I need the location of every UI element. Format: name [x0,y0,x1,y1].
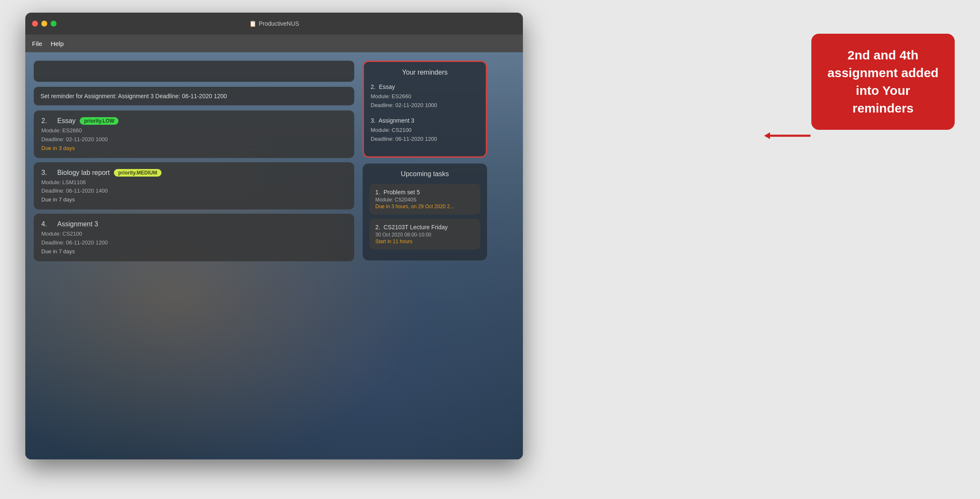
arrow-icon [764,131,815,141]
assignment-name-3: Assignment 3 [57,220,98,228]
assignment-number-2: 2. [41,117,47,125]
reminder-essay-deadline: Deadline: 02-11-2020 1000 [371,101,479,110]
reminders-panel: Your reminders 2. Essay Module: ES2660 D… [363,61,487,158]
assignment-card-essay: 2. Essay priority.LOW Module: ES2660 Dea… [34,110,354,158]
upcoming-item-problemset5: 1. Problem set 5 Module: CS2040S Due in … [369,184,480,215]
reminder-assignment3-module: Module: CS2100 [371,126,479,135]
assignment-deadline-3: Deadline: 06-11-2020 1200 [41,239,347,247]
assignment-due-3: Due in 7 days [41,248,347,255]
app-window: 📋 ProductiveNUS File Help Set reminder f… [25,13,523,459]
reminder-item-assignment3: 3. Assignment 3 Module: CS2100 Deadline:… [371,116,479,144]
reminder-item-essay: 2. Essay Module: ES2660 Deadline: 02-11-… [371,82,479,110]
priority-badge-medium: priority.MEDIUM [114,169,161,177]
command-input[interactable] [40,65,347,78]
svg-marker-1 [764,132,770,139]
command-output: Set reminder for Assignment: Assignment … [34,87,354,105]
right-panel: Your reminders 2. Essay Module: ES2660 D… [363,61,487,451]
assignment-deadline-biology: Deadline: 06-11-2020 1400 [41,187,347,196]
assignment-title-biology: 3. Biology lab report priority.MEDIUM [41,169,347,177]
app-icon: 📋 [249,20,256,27]
reminder-essay-module: Module: ES2660 [371,92,479,101]
assignment-due-essay: Due in 3 days [41,145,347,151]
reminder-essay-title: 2. Essay [371,82,479,91]
window-title: 📋 ProductiveNUS [249,20,299,27]
assignment-name-essay: Essay [57,117,76,125]
command-input-box[interactable] [34,61,354,82]
callout-arrow [764,131,815,141]
upcoming-lecture-title: 2. CS2103T Lecture Friday [375,224,474,231]
reminder-assignment3-title: 3. Assignment 3 [371,116,479,125]
upcoming-title: Upcoming tasks [369,170,480,178]
title-bar: 📋 ProductiveNUS [25,13,523,35]
upcoming-problemset5-module: Module: CS2040S [375,197,474,203]
maximize-button[interactable] [51,21,57,27]
upcoming-lecture-due: Start in 11 hours [375,239,474,244]
minimize-button[interactable] [41,21,47,27]
reminders-title: Your reminders [371,69,479,76]
assignment-name-biology: Biology lab report [57,169,110,177]
close-button[interactable] [32,21,38,27]
assignment-number-4: 4. [41,220,47,228]
assignment-due-biology: Due in 7 days [41,196,347,203]
assignment-title-3: 4. Assignment 3 [41,220,347,228]
assignment-card-biology: 3. Biology lab report priority.MEDIUM Mo… [34,162,354,210]
callout-annotation: 2nd and 4th assignment added into Your r… [811,34,955,130]
traffic-lights [32,21,57,27]
upcoming-problemset5-due: Due in 3 hours, on 29 Oct 2020 2... [375,204,474,209]
menu-help[interactable]: Help [51,40,64,47]
assignment-module-biology: Module: LSM1106 [41,178,347,187]
menu-bar: File Help [25,35,523,52]
main-panel: Set reminder for Assignment: Assignment … [34,61,354,451]
assignment-title-essay: 2. Essay priority.LOW [41,117,347,125]
assignment-number-3: 3. [41,169,47,177]
window-content: Set reminder for Assignment: Assignment … [25,52,523,459]
upcoming-item-lecture: 2. CS2103T Lecture Friday 30 Oct 2020 08… [369,219,480,250]
menu-file[interactable]: File [32,40,42,47]
assignment-module-essay: Module: ES2660 [41,126,347,135]
assignment-card-assignment3: 4. Assignment 3 Module: CS2100 Deadline:… [34,214,354,261]
reminder-assignment3-deadline: Deadline: 06-11-2020 1200 [371,135,479,144]
assignment-module-3: Module: CS2100 [41,230,347,239]
priority-badge-low: priority.LOW [80,117,118,125]
upcoming-problemset5-title: 1. Problem set 5 [375,189,474,196]
assignment-list: 2. Essay priority.LOW Module: ES2660 Dea… [34,110,354,261]
assignment-deadline-essay: Deadline: 02-11-2020 1000 [41,135,347,144]
upcoming-lecture-date: 30 Oct 2020 08:00-10:00 [375,232,474,238]
upcoming-panel: Upcoming tasks 1. Problem set 5 Module: … [363,164,487,260]
